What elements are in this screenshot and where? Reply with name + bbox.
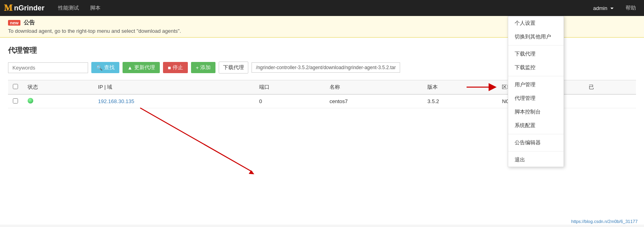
navbar-nav: 性能测试 脚本 [52,0,106,16]
status-green-icon [28,98,33,104]
search-button[interactable]: 🔍 查找 [91,62,119,73]
dropdown-item-system-config[interactable]: 系统配置 [508,119,564,132]
update-agent-button[interactable]: ▲ 更新代理 [123,62,160,73]
navbar-right: admin 帮助 [589,4,640,12]
col-header-name: 名称 [325,80,423,95]
row-checkbox[interactable] [13,98,18,104]
col-header-check [8,80,23,95]
download-path: /ngrinder-controller-3.5.2/agent/downloa… [252,62,400,73]
row-check [8,94,23,108]
dropdown-item-announcement-editor[interactable]: 公告编辑器 [508,136,564,149]
user-menu[interactable]: admin [589,5,618,11]
svg-marker-2 [249,170,254,174]
row-extra [584,94,636,108]
dropdown-item-logout[interactable]: 退出 [508,153,564,167]
dropdown-item-download-monitor[interactable]: 下载监控 [508,61,564,74]
row-ip: 192.168.30.135 [93,94,254,108]
caret-icon [610,8,614,9]
search-icon: 🔍 [96,65,103,71]
nav-item-script[interactable]: 脚本 [85,0,106,16]
dropdown-item-profile[interactable]: 个人设置 [508,16,564,30]
col-header-extra: 已 [584,80,636,95]
add-button[interactable]: + 添加 [191,62,216,73]
download-agent-button[interactable]: 下载代理 [219,62,248,74]
dropdown-item-user-mgmt[interactable]: 用户管理 [508,78,564,92]
logo-text: nGrinder [14,4,44,12]
update-icon: ▲ [127,65,133,71]
stop-button[interactable]: ■ 停止 [163,62,188,73]
search-input[interactable] [8,62,88,73]
dropdown-divider-4 [508,151,564,151]
row-name: centos7 [325,94,423,108]
dropdown-divider-3 [508,134,564,134]
add-icon: + [196,65,199,71]
nav-item-performance[interactable]: 性能测试 [52,0,85,16]
dropdown-item-agent-mgmt[interactable]: 代理管理 [508,92,564,105]
announcement-title-text: 公告 [24,19,35,26]
nav-link-performance[interactable]: 性能测试 [52,0,85,16]
col-header-status: 状态 [23,80,93,95]
dropdown-divider-2 [508,76,564,76]
svg-line-1 [140,108,252,172]
page-wrapper: 𝐌 nGrinder 性能测试 脚本 admin 帮助 个人设置 切换到其他用户… [0,0,644,225]
nav-link-script[interactable]: 脚本 [85,0,106,16]
dropdown-item-download-agent[interactable]: 下载代理 [508,47,564,61]
admin-dropdown-menu: 个人设置 切换到其他用户 下载代理 下载监控 用户管理 代理管理 脚本控制台 系… [508,16,564,167]
row-version: 3.5.2 [423,94,497,108]
logo-icon: 𝐌 [4,3,12,13]
select-all-checkbox[interactable] [13,84,18,89]
dropdown-divider-1 [508,45,564,46]
col-header-port: 端口 [254,80,325,95]
dropdown-item-script-console[interactable]: 脚本控制台 [508,105,564,119]
row-status [23,94,93,108]
stop-icon: ■ [168,65,171,71]
navbar-brand: 𝐌 nGrinder [4,3,44,13]
row-port: 0 [254,94,325,108]
col-header-ip: IP | 域 [93,80,254,95]
footer-hint: https://blog.csdn.n/2m0b/6_31177 [571,219,638,224]
new-badge: new [8,20,20,26]
ip-link[interactable]: 192.168.30.135 [98,98,134,104]
col-header-version: 版本 [423,80,497,95]
navbar: 𝐌 nGrinder 性能测试 脚本 admin 帮助 [0,0,644,16]
dropdown-item-switch-user[interactable]: 切换到其他用户 [508,30,564,44]
help-link[interactable]: 帮助 [622,4,640,12]
